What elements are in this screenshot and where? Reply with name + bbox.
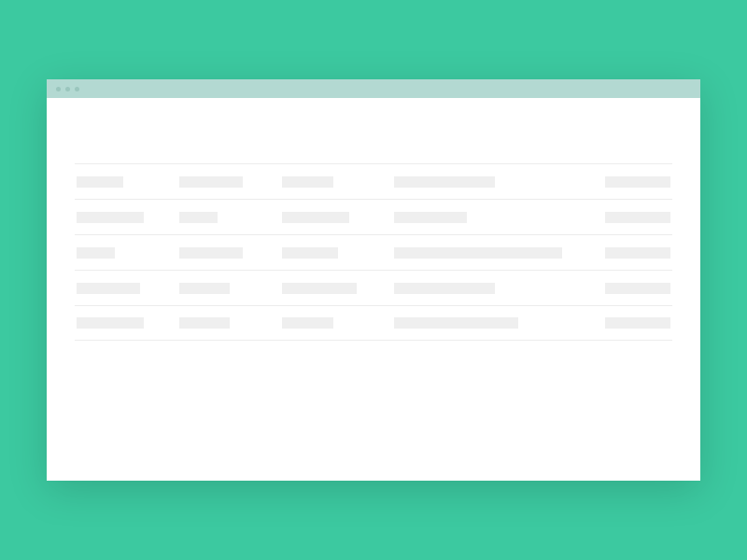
skeleton-cell [179,247,263,259]
table-row [75,234,672,270]
skeleton-cell [282,317,375,329]
skeleton-bar [394,317,518,329]
skeleton-cell [77,283,161,294]
skeleton-cell [282,247,375,259]
table-row [75,305,672,341]
skeleton-cell [179,212,263,223]
skeleton-bar [282,283,357,294]
skeleton-cell [605,283,670,294]
content-area [47,98,700,481]
skeleton-bar [605,176,670,188]
skeleton-cell [282,176,375,188]
skeleton-bar [394,247,562,259]
skeleton-cell [77,317,161,329]
skeleton-cell [394,283,577,294]
skeleton-cell [77,176,161,188]
skeleton-bar [394,176,495,188]
skeleton-bar [77,212,144,223]
skeleton-bar [179,317,230,329]
skeleton-bar [394,283,495,294]
skeleton-cell [605,176,670,188]
skeleton-bar [77,317,144,329]
skeleton-cell [282,212,375,223]
skeleton-cell [282,283,375,294]
browser-window [47,79,700,481]
table-row [75,199,672,234]
skeleton-table [75,163,672,341]
titlebar [47,79,700,98]
skeleton-cell [77,212,161,223]
skeleton-cell [394,176,577,188]
skeleton-bar [179,247,243,259]
skeleton-bar [282,212,349,223]
skeleton-cell [394,247,577,259]
skeleton-bar [179,283,230,294]
skeleton-bar [282,317,333,329]
skeleton-bar [394,212,467,223]
skeleton-cell [179,176,263,188]
skeleton-bar [282,247,338,259]
close-icon[interactable] [56,87,61,91]
skeleton-bar [77,176,123,188]
skeleton-bar [77,247,115,259]
skeleton-cell [605,212,670,223]
skeleton-bar [179,176,243,188]
skeleton-cell [394,317,577,329]
table-row [75,270,672,305]
skeleton-cell [77,247,161,259]
skeleton-cell [394,212,577,223]
table-row [75,163,672,199]
skeleton-cell [605,317,670,329]
skeleton-bar [282,176,333,188]
skeleton-bar [605,247,670,259]
skeleton-cell [179,283,263,294]
maximize-icon[interactable] [75,87,79,91]
skeleton-bar [77,283,140,294]
skeleton-bar [605,212,670,223]
skeleton-cell [605,247,670,259]
minimize-icon[interactable] [65,87,70,91]
skeleton-bar [605,283,670,294]
skeleton-cell [179,317,263,329]
skeleton-bar [179,212,218,223]
skeleton-bar [605,317,670,329]
